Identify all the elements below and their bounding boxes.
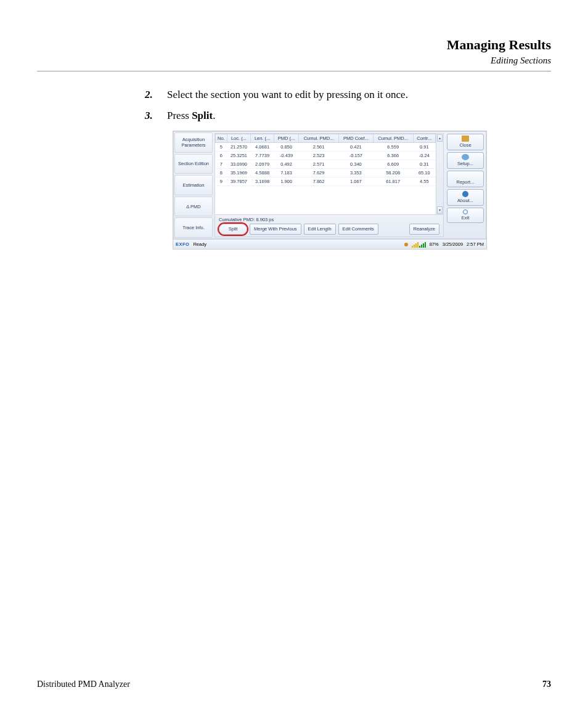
status-bar: EXFO Ready 87% 3/25/2009 2:57 PM xyxy=(173,239,486,249)
none-icon xyxy=(462,172,469,179)
table-cell: 2.571 xyxy=(299,160,339,169)
table-cell: 7.7739 xyxy=(251,152,274,160)
edit-length-button[interactable]: Edit Length xyxy=(304,224,336,235)
column-header[interactable]: PMD (... xyxy=(274,134,298,143)
column-header[interactable]: No. xyxy=(216,134,227,143)
scroll-down-icon[interactable]: ▾ xyxy=(437,206,443,214)
table-cell: 7.862 xyxy=(299,177,339,186)
footer-page-number: 73 xyxy=(542,680,551,689)
scroll-up-icon[interactable]: ▴ xyxy=(437,134,443,142)
close-button[interactable]: Close xyxy=(447,134,484,150)
nav-tab-acquisition-parameters[interactable]: Acquisition Parameters xyxy=(174,132,213,153)
table-row[interactable]: 625.32517.7739-0.4392.523-0.1576.366-0.2… xyxy=(216,152,436,160)
table-cell: 2.561 xyxy=(299,143,339,152)
nav-tab-trace-info-[interactable]: Trace Info. xyxy=(174,217,213,238)
merge-with-previous-button[interactable]: Merge With Previous xyxy=(250,224,301,235)
table-cell: 0.850 xyxy=(274,143,298,152)
nav-tab-section-edition[interactable]: Section Edition xyxy=(174,154,213,174)
status-date: 3/25/2009 xyxy=(443,241,463,247)
status-percent: 87% xyxy=(430,241,439,247)
table-cell: 6 xyxy=(216,152,227,160)
step-prefix: Press xyxy=(167,110,192,121)
left-nav: Acquisition ParametersSection EditionEst… xyxy=(174,132,213,238)
column-header[interactable]: Loc. (... xyxy=(227,134,251,143)
steps-list: 2. Select the section you want to edit b… xyxy=(145,89,551,122)
table-cell: 3.353 xyxy=(339,169,374,177)
power-icon xyxy=(463,209,468,214)
table-cell: 3.1698 xyxy=(251,177,274,186)
table-cell: 21.2570 xyxy=(227,143,251,152)
status-time: 2:57 PM xyxy=(467,241,484,247)
column-header[interactable]: Contr... xyxy=(413,134,435,143)
side-button-label: Close xyxy=(459,142,471,148)
table-row[interactable]: 835.19694.58887.1837.6293.35358.20865.10 xyxy=(216,169,436,177)
table-cell: 4.0681 xyxy=(251,143,274,152)
table-row[interactable]: 521.25704.06810.8502.5610.4216.5590.91 xyxy=(216,143,436,152)
edit-comments-button[interactable]: Edit Comments xyxy=(338,224,378,235)
report--button[interactable]: Report... xyxy=(447,171,484,187)
help-icon xyxy=(462,191,468,197)
nav-tab--pmd[interactable]: Δ PMD xyxy=(174,197,213,217)
table-cell: 61.817 xyxy=(373,177,413,186)
table-cell: -0.157 xyxy=(339,152,374,160)
status-dot-icon xyxy=(404,243,408,246)
nav-tab-estimation[interactable]: Estimation xyxy=(174,175,213,195)
column-header[interactable]: Cumul. PMD... xyxy=(299,134,339,143)
table-cell: 0.492 xyxy=(274,160,298,169)
step-number: 3. xyxy=(145,110,167,122)
status-ready: Ready xyxy=(193,241,206,247)
step-suffix: . xyxy=(213,110,215,121)
step-number: 2. xyxy=(145,89,167,101)
table-cell: 58.208 xyxy=(373,169,413,177)
folder-icon xyxy=(462,136,469,142)
setup--button[interactable]: Setup... xyxy=(447,152,484,169)
table-cell: 8 xyxy=(216,169,227,177)
column-header[interactable]: Cumul. PMD... xyxy=(373,134,413,143)
table-cell: 7.629 xyxy=(299,169,339,177)
column-header[interactable]: Len. (... xyxy=(251,134,274,143)
table-cell: 33.0990 xyxy=(227,160,251,169)
right-toolbar: CloseSetup...Report...About...Exit xyxy=(445,132,486,238)
step-bold: Split xyxy=(192,110,213,121)
exit-button[interactable]: Exit xyxy=(447,208,484,223)
side-button-label: About... xyxy=(457,198,473,203)
cumulative-pmd-label: Cumulative PMD: 8.903 ps xyxy=(219,217,437,222)
table-cell: 6.609 xyxy=(373,160,413,169)
about--button[interactable]: About... xyxy=(447,189,484,206)
table-scrollbar[interactable]: ▴ ▾ xyxy=(436,134,443,214)
table-cell: 2.523 xyxy=(299,152,339,160)
table-cell: 7 xyxy=(216,160,227,169)
main-panel: No.Loc. (...Len. (...PMD (...Cumul. PMD.… xyxy=(214,133,444,237)
table-cell: 9 xyxy=(216,177,227,186)
side-button-label: Exit xyxy=(462,215,470,221)
table-cell: -0.439 xyxy=(274,152,298,160)
column-header[interactable]: PMD Coef... xyxy=(339,134,374,143)
gear-icon xyxy=(462,154,469,160)
table-cell: 0.31 xyxy=(413,160,435,169)
table-cell: 1.900 xyxy=(274,177,298,186)
chapter-title: Managing Results xyxy=(37,37,551,53)
reanalyze-button[interactable]: Reanalyze xyxy=(409,224,439,235)
table-row[interactable]: 939.78573.16981.9007.8621.06761.8174.55 xyxy=(216,177,436,186)
table-cell: 39.7857 xyxy=(227,177,251,186)
table-cell: -0.24 xyxy=(413,152,435,160)
table-cell: 0.421 xyxy=(339,143,374,152)
table-cell: 6.366 xyxy=(373,152,413,160)
brand-label: EXFO xyxy=(176,241,189,247)
side-button-label: Report... xyxy=(457,179,475,185)
signal-bars-icon xyxy=(412,241,426,248)
footer-product: Distributed PMD Analyzer xyxy=(37,680,130,689)
table-cell: 7.183 xyxy=(274,169,298,177)
table-cell: 0.340 xyxy=(339,160,374,169)
step-2: 2. Select the section you want to edit b… xyxy=(145,89,551,101)
table-cell: 65.10 xyxy=(413,169,435,177)
results-table: No.Loc. (...Len. (...PMD (...Cumul. PMD.… xyxy=(215,134,436,186)
table-row[interactable]: 733.09902.09790.4922.5710.3406.6090.31 xyxy=(216,160,436,169)
table-cell: 4.5888 xyxy=(251,169,274,177)
section-title: Editing Sections xyxy=(37,55,551,66)
split-button[interactable]: Split xyxy=(219,224,247,235)
table-cell: 35.1969 xyxy=(227,169,251,177)
table-cell: 1.067 xyxy=(339,177,374,186)
table-cell: 25.3251 xyxy=(227,152,251,160)
table-cell: 6.559 xyxy=(373,143,413,152)
